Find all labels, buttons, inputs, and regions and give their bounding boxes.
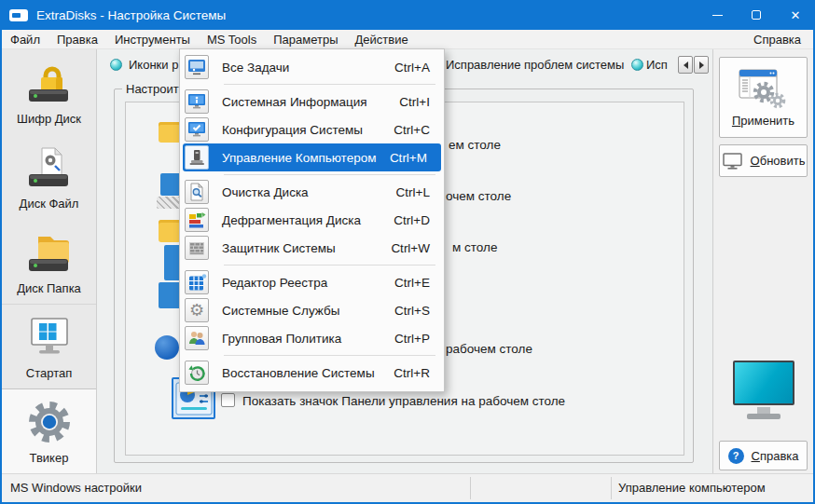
show-control-panel-checkbox[interactable] (221, 393, 235, 407)
disk-folder-icon (25, 228, 74, 277)
sidebar-item-disk-file[interactable]: Диск Файл (2, 134, 96, 219)
maximize-button[interactable] (737, 0, 776, 30)
services-icon: ⚙ (185, 298, 209, 322)
minimize-icon (712, 15, 723, 16)
app-icon (9, 9, 28, 21)
menu-edit[interactable]: Правка (48, 30, 106, 49)
desktop-icon-laptop[interactable] (160, 173, 181, 196)
statusbar-divider (470, 477, 471, 499)
menu-item-system-config[interactable]: Конфигурация Системы Ctrl+C (180, 116, 444, 143)
checkbox-label-partial: ем столе (449, 138, 501, 152)
tweaker-icon (25, 398, 74, 446)
show-control-panel-label: Показать значок Панели управления на раб… (242, 394, 565, 408)
menu-item-defrag[interactable]: Дефрагментация Диска Ctrl+D (180, 206, 444, 234)
groupbox-label: Настроить (122, 82, 182, 96)
defrag-icon (185, 208, 209, 232)
menu-separator (224, 355, 435, 356)
close-icon: ✕ (791, 9, 801, 21)
statusbar: MS Windows настройки Управление компьюте… (2, 473, 813, 501)
statusbar-right-text: Управление компьютером (618, 481, 766, 495)
tab-scroll-right-button[interactable] (694, 56, 709, 74)
titlebar[interactable]: ExtraDisks - Настройка Системы ✕ (0, 0, 815, 30)
computer-management-icon (185, 145, 209, 170)
monitor-graphic (733, 361, 794, 405)
menu-item-all-tasks[interactable]: Все Задачи Ctrl+A (180, 53, 444, 81)
menu-item-system-info[interactable]: Системная Информация Ctrl+I (180, 88, 444, 116)
menu-help[interactable]: Справка (745, 30, 813, 49)
sidebar-item-encrypted-disk[interactable]: Шифр Диск (2, 49, 96, 134)
menu-item-group-policy[interactable]: Групповая Политика Ctrl+P (180, 324, 444, 352)
help-button[interactable]: ? Справка (719, 441, 808, 470)
menu-separator (224, 174, 435, 175)
checkbox-label-partial: очем столе (446, 189, 511, 203)
app-window: ExtraDisks - Настройка Системы ✕ Файл Пр… (0, 0, 815, 504)
desktop-icon-internet[interactable] (155, 335, 179, 360)
sidebar-item-startup[interactable]: Стартап (2, 304, 96, 388)
menu-tools[interactable]: Инструменты (106, 30, 199, 49)
checkbox-label-partial: рабочем столе (446, 342, 532, 356)
sidebar-item-tweaker[interactable]: Твикер (2, 388, 96, 473)
startup-icon (25, 313, 74, 361)
menu-mstools[interactable]: MS Tools (199, 30, 265, 49)
refresh-button[interactable]: Обновить (719, 144, 808, 177)
sidebar-item-label: Диск Папка (17, 281, 81, 295)
apply-button[interactable]: Применить (719, 57, 808, 138)
defender-icon (185, 236, 209, 260)
maximize-icon (752, 10, 761, 20)
group-policy-icon (185, 326, 209, 350)
tab-next-partial[interactable]: Исп (646, 58, 677, 72)
refresh-monitor-icon (722, 152, 744, 170)
right-panel: Применить Обновить ? Справка (712, 49, 813, 473)
statusbar-divider (611, 477, 612, 499)
system-config-icon (185, 117, 209, 142)
sidebar-item-disk-folder[interactable]: Диск Папка (2, 219, 96, 304)
arrow-right-icon (699, 61, 704, 69)
monitor-base (747, 414, 780, 419)
desktop-icon-user-folder[interactable] (159, 220, 181, 242)
desktop-icon-network[interactable] (157, 197, 181, 209)
help-label: Справка (752, 449, 799, 463)
sidebar-item-label: Твикер (30, 451, 69, 465)
minimize-button[interactable] (698, 0, 737, 30)
mstools-dropdown-menu: Все Задачи Ctrl+A Системная Информация C… (179, 48, 445, 392)
tab-scroll-left-button[interactable] (678, 56, 693, 74)
menu-item-system-restore[interactable]: Восстановление Системы Ctrl+R (180, 359, 444, 387)
tab-fix-system-problems[interactable]: Исправление проблем системы (446, 58, 625, 72)
menubar: Файл Правка Инструменты MS Tools Парамет… (2, 30, 813, 49)
tab-radio-icon[interactable] (110, 59, 122, 71)
menu-separator (224, 84, 435, 85)
window-title: ExtraDisks - Настройка Системы (36, 8, 226, 22)
sidebar: Шифр Диск Диск Файл Дис (2, 49, 97, 473)
sidebar-item-label: Диск Файл (20, 197, 79, 211)
menu-file[interactable]: Файл (2, 30, 48, 49)
menu-item-computer-management[interactable]: Управление Компьютером Ctrl+M (183, 143, 441, 171)
menu-item-disk-cleanup[interactable]: Очистка Диска Ctrl+L (180, 178, 444, 206)
checkbox-label-partial: м столе (452, 240, 497, 254)
menu-item-services[interactable]: ⚙ Системные Службы Ctrl+S (180, 296, 444, 324)
menu-item-registry-editor[interactable]: Редактор Реестра Ctrl+E (180, 268, 444, 296)
apply-label: Применить (732, 114, 794, 128)
disk-cleanup-icon (185, 180, 209, 204)
apply-gears-icon (738, 68, 790, 109)
desktop-icon-computer[interactable] (159, 282, 181, 308)
system-restore-icon (185, 361, 209, 385)
refresh-label: Обновить (751, 154, 806, 168)
menu-separator (224, 265, 435, 266)
window-controls: ✕ (698, 0, 815, 30)
system-info-icon (185, 89, 209, 114)
question-mark-icon: ? (728, 448, 744, 464)
menu-item-defender[interactable]: Защитник Системы Ctrl+W (180, 234, 444, 262)
registry-editor-icon (185, 270, 209, 294)
monitor-stand (757, 407, 770, 414)
menu-action[interactable]: Действие (347, 30, 417, 49)
sidebar-item-label: Стартап (26, 366, 72, 380)
menu-options[interactable]: Параметры (265, 30, 346, 49)
disk-file-icon (25, 143, 74, 192)
all-tasks-icon (185, 55, 209, 79)
arrow-left-icon (684, 61, 688, 69)
statusbar-left-text: MS Windows настройки (10, 481, 142, 495)
close-button[interactable]: ✕ (776, 0, 815, 30)
sidebar-item-label: Шифр Диск (17, 112, 81, 126)
tab-radio-icon[interactable] (631, 59, 643, 71)
tab-desktop-icons[interactable]: Иконки р (129, 58, 181, 72)
